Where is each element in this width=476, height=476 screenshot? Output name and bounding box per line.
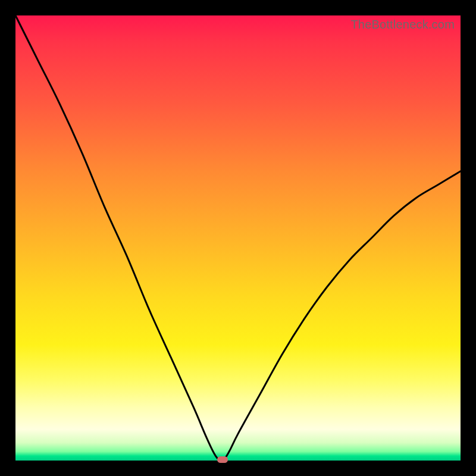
- minimum-marker: [217, 456, 228, 463]
- plot-area: TheBottleneck.com: [15, 15, 461, 461]
- bottleneck-curve: [15, 15, 461, 461]
- chart-frame: TheBottleneck.com: [0, 0, 476, 476]
